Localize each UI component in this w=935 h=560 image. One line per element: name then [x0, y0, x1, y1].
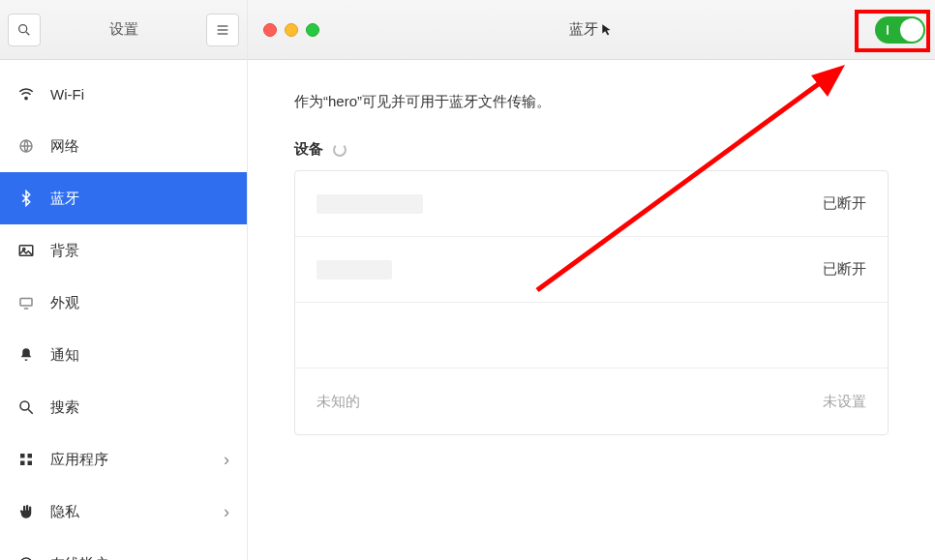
menu-button[interactable]: [206, 14, 239, 46]
chevron-right-icon: ›: [224, 502, 229, 522]
loading-spinner-icon: [333, 143, 347, 157]
network-icon: [17, 137, 35, 155]
device-name-redacted: [317, 194, 423, 214]
titlebar: 蓝牙: [248, 0, 935, 60]
window-controls: [263, 23, 319, 37]
sidebar-item-wifi[interactable]: Wi-Fi: [0, 68, 247, 120]
image-icon: [17, 242, 35, 259]
svg-rect-14: [20, 461, 25, 466]
apps-icon: [17, 451, 35, 468]
sidebar-item-network[interactable]: 网络: [0, 120, 247, 172]
svg-line-1: [26, 32, 29, 35]
settings-title: 设置: [48, 20, 198, 39]
sidebar-item-label: 通知: [50, 346, 229, 365]
sidebar-item-label: 应用程序: [50, 451, 208, 469]
devices-label-text: 设备: [294, 140, 323, 159]
device-list: 已断开 已断开 未知的 未设置: [294, 170, 889, 435]
sidebar-item-background[interactable]: 背景: [0, 224, 247, 277]
sidebar: 设置 Wi-Fi 网络 蓝牙: [0, 0, 248, 560]
cursor-icon: [600, 23, 614, 37]
sidebar-item-appearance[interactable]: 外观: [0, 277, 247, 329]
sidebar-item-label: 蓝牙: [50, 190, 229, 208]
svg-line-11: [28, 409, 33, 414]
wifi-icon: [17, 85, 35, 103]
device-row[interactable]: [295, 303, 888, 368]
devices-heading: 设备: [294, 140, 889, 159]
svg-rect-15: [28, 461, 33, 466]
bell-icon: [17, 346, 35, 364]
svg-rect-12: [20, 454, 25, 458]
main-panel: 蓝牙 作为“hero”可见并可用于蓝牙文件传输。 设备 已断开: [248, 0, 935, 560]
online-accounts-icon: [17, 555, 35, 560]
sidebar-item-label: Wi-Fi: [50, 86, 229, 103]
sidebar-header: 设置: [0, 0, 247, 60]
sidebar-item-privacy[interactable]: 隐私 ›: [0, 486, 247, 538]
sidebar-item-notifications[interactable]: 通知: [0, 329, 247, 381]
svg-point-5: [25, 97, 27, 99]
sidebar-list: Wi-Fi 网络 蓝牙 背景: [0, 60, 247, 560]
sidebar-item-label: 背景: [50, 242, 229, 260]
svg-point-0: [19, 24, 27, 32]
visibility-info: 作为“hero”可见并可用于蓝牙文件传输。: [294, 93, 889, 111]
device-row[interactable]: 已断开: [295, 171, 888, 237]
sidebar-item-search[interactable]: 搜索: [0, 381, 247, 433]
chevron-right-icon: ›: [224, 450, 229, 470]
svg-rect-9: [20, 299, 32, 307]
device-row[interactable]: 已断开: [295, 237, 888, 303]
svg-rect-13: [28, 454, 33, 458]
search-icon: [17, 398, 35, 416]
appearance-icon: [17, 294, 35, 311]
device-status: 未设置: [823, 393, 866, 411]
sidebar-item-applications[interactable]: 应用程序 ›: [0, 433, 247, 486]
device-name-redacted: [317, 260, 392, 280]
close-window-button[interactable]: [263, 23, 277, 37]
sidebar-item-label: 在线帐户: [50, 555, 229, 561]
device-row[interactable]: 未知的 未设置: [295, 368, 888, 434]
sidebar-item-online-accounts[interactable]: 在线帐户: [0, 538, 247, 560]
search-button[interactable]: [8, 14, 41, 46]
sidebar-item-label: 外观: [50, 294, 229, 312]
window-title-text: 蓝牙: [569, 20, 598, 39]
content-area: 作为“hero”可见并可用于蓝牙文件传输。 设备 已断开 已断开: [248, 60, 935, 560]
device-status: 已断开: [823, 260, 866, 279]
hand-icon: [17, 503, 35, 520]
window-title: 蓝牙: [569, 20, 614, 39]
bluetooth-toggle[interactable]: [875, 16, 925, 44]
maximize-window-button[interactable]: [306, 23, 319, 37]
bluetooth-icon: [17, 190, 35, 207]
device-name: 未知的: [317, 393, 360, 411]
sidebar-item-bluetooth[interactable]: 蓝牙: [0, 172, 247, 224]
sidebar-item-label: 隐私: [50, 503, 208, 521]
device-status: 已断开: [823, 194, 866, 213]
sidebar-item-label: 网络: [50, 137, 229, 156]
minimize-window-button[interactable]: [285, 23, 298, 37]
sidebar-item-label: 搜索: [50, 398, 229, 417]
svg-point-10: [20, 401, 29, 410]
